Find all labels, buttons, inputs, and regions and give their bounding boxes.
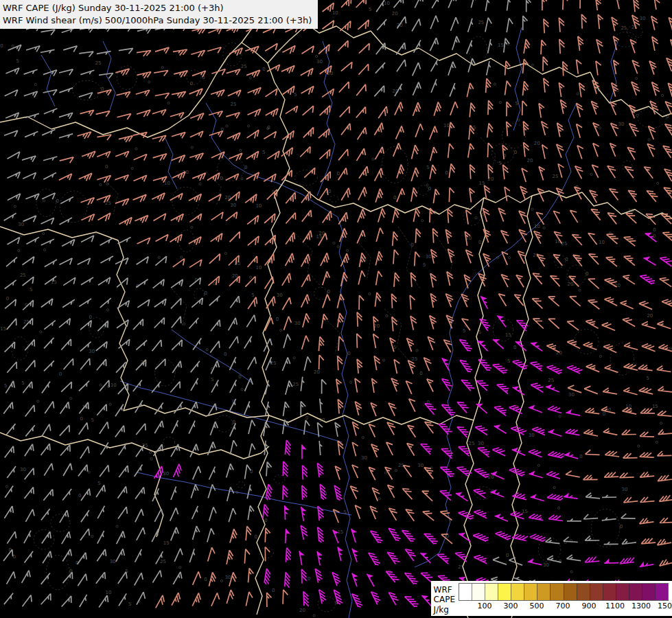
legend-color-scale: 100300500700900110013001500 [459, 583, 669, 612]
svg-text:30: 30 [640, 16, 646, 21]
svg-text:30: 30 [18, 222, 24, 227]
svg-text:0: 0 [205, 290, 207, 296]
svg-text:25: 25 [561, 241, 568, 247]
svg-text:10: 10 [255, 203, 262, 209]
weather-map: 0000000000000000050003003030250250300030… [0, 0, 672, 618]
svg-text:25: 25 [553, 174, 559, 179]
svg-text:25: 25 [458, 564, 464, 570]
svg-text:30: 30 [89, 349, 95, 354]
legend-swatch [642, 584, 655, 600]
svg-text:0: 0 [272, 588, 275, 593]
svg-text:0: 0 [506, 553, 509, 558]
svg-text:20: 20 [527, 158, 533, 163]
legend-swatch [564, 584, 577, 600]
svg-text:0: 0 [262, 67, 265, 72]
svg-text:15: 15 [652, 404, 658, 409]
svg-text:30: 30 [163, 471, 169, 477]
svg-text:0: 0 [514, 150, 517, 155]
svg-text:25: 25 [105, 201, 111, 206]
svg-text:0: 0 [305, 415, 308, 421]
svg-text:0: 0 [59, 371, 62, 377]
svg-text:5: 5 [478, 330, 481, 335]
svg-text:0: 0 [445, 170, 448, 176]
svg-text:0: 0 [579, 454, 582, 459]
weather-map-stage: 0000000000000000050003003030250250300030… [0, 0, 672, 618]
svg-text:0: 0 [565, 257, 568, 262]
svg-text:10: 10 [599, 240, 605, 245]
svg-text:0: 0 [419, 371, 422, 376]
legend-swatch [629, 584, 642, 600]
svg-text:20: 20 [488, 474, 494, 480]
svg-text:0: 0 [276, 317, 279, 322]
svg-text:0: 0 [0, 43, 3, 49]
svg-text:30: 30 [426, 254, 432, 260]
svg-text:0: 0 [204, 577, 207, 582]
legend-swatch [511, 584, 524, 600]
legend-tick-label: 1300 [632, 602, 651, 610]
svg-text:30: 30 [230, 203, 236, 208]
svg-text:0: 0 [224, 352, 227, 357]
legend-tick-label: 300 [504, 602, 518, 610]
legend-swatch-row [459, 583, 669, 601]
svg-text:0: 0 [89, 314, 92, 320]
svg-text:25: 25 [548, 378, 554, 383]
legend-swatch [603, 584, 616, 600]
svg-text:5: 5 [91, 417, 94, 423]
svg-text:5: 5 [463, 328, 465, 334]
svg-text:30: 30 [225, 575, 231, 580]
svg-text:30: 30 [294, 321, 301, 326]
svg-text:5: 5 [426, 165, 429, 170]
svg-text:5: 5 [30, 287, 32, 293]
svg-text:30: 30 [277, 293, 283, 298]
svg-text:5: 5 [4, 383, 7, 389]
legend-swatch [498, 584, 511, 600]
map-title: WRF CAPE (J/kg) Sunday 30-11-2025 21:00 … [0, 0, 318, 29]
svg-text:10: 10 [111, 382, 117, 388]
svg-text:0: 0 [653, 227, 656, 233]
svg-text:30: 30 [543, 562, 549, 568]
legend-tick-label: 500 [530, 602, 544, 610]
svg-text:0: 0 [653, 233, 656, 239]
svg-text:25: 25 [292, 382, 299, 387]
svg-text:25: 25 [412, 356, 418, 362]
svg-text:10: 10 [332, 10, 338, 16]
svg-text:30: 30 [568, 392, 575, 398]
svg-text:0: 0 [101, 87, 104, 92]
svg-text:0: 0 [393, 195, 396, 201]
svg-text:0: 0 [586, 271, 588, 277]
legend-tick-label: 1500 [658, 602, 672, 610]
svg-text:25: 25 [621, 25, 627, 31]
legend-swatch [550, 584, 563, 600]
svg-text:25: 25 [20, 273, 26, 278]
svg-text:0: 0 [190, 81, 193, 87]
svg-text:5: 5 [498, 161, 501, 166]
svg-text:10: 10 [256, 265, 262, 271]
svg-text:0: 0 [267, 125, 270, 130]
svg-text:30: 30 [628, 208, 634, 214]
svg-text:30: 30 [529, 433, 535, 438]
svg-text:30: 30 [319, 417, 325, 423]
svg-text:10: 10 [534, 224, 540, 229]
svg-text:20: 20 [614, 283, 621, 288]
svg-text:25: 25 [469, 441, 475, 446]
svg-text:5: 5 [262, 150, 265, 155]
svg-text:15: 15 [0, 326, 6, 332]
svg-text:0: 0 [220, 176, 222, 181]
legend-tick-label: 900 [582, 602, 596, 610]
svg-text:0: 0 [478, 240, 481, 245]
svg-text:5: 5 [21, 380, 24, 386]
svg-text:30: 30 [316, 59, 323, 65]
svg-text:30: 30 [361, 455, 367, 461]
svg-text:20: 20 [314, 369, 320, 375]
svg-text:5: 5 [369, 7, 371, 12]
svg-text:5: 5 [128, 602, 131, 607]
legend-tick-label: 1100 [605, 602, 625, 610]
svg-text:5: 5 [211, 377, 213, 382]
legend-swatch [655, 584, 668, 600]
legend-swatch [537, 584, 550, 600]
legend-swatch [616, 584, 629, 600]
svg-text:15: 15 [163, 540, 170, 546]
svg-text:10: 10 [164, 181, 170, 186]
cape-legend: WRF CAPE J/kg 10030050070090011001300150… [431, 581, 672, 616]
svg-text:0: 0 [13, 554, 16, 560]
